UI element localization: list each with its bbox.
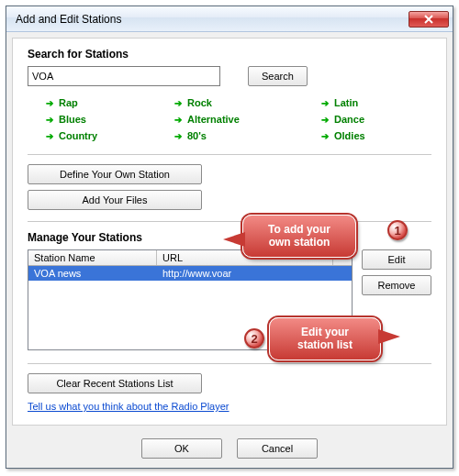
arrow-icon: ➔ bbox=[174, 115, 182, 125]
close-button[interactable] bbox=[409, 11, 449, 28]
dialog-footer: OK Cancel bbox=[6, 431, 453, 468]
cancel-button[interactable]: Cancel bbox=[237, 438, 318, 459]
define-station-button[interactable]: Define Your Own Station bbox=[28, 164, 202, 184]
genre-alternative[interactable]: ➔Alternative bbox=[174, 114, 321, 125]
genre-label: Country bbox=[59, 130, 97, 141]
genre-grid: ➔Rap ➔Rock ➔Latin ➔Blues ➔Alternative ➔D… bbox=[46, 97, 431, 141]
table-row[interactable]: VOA news http://www.voar bbox=[28, 266, 352, 281]
callout-text: To add your bbox=[268, 223, 330, 236]
genre-label: Rap bbox=[59, 97, 78, 108]
callout-text: Edit your bbox=[301, 326, 349, 338]
separator bbox=[28, 363, 431, 364]
callout-edit-list: Edit your station list bbox=[269, 317, 381, 360]
callout-text: station list bbox=[297, 338, 353, 351]
define-row: Define Your Own Station Add Your Files bbox=[28, 164, 431, 216]
step-marker-1: 1 bbox=[387, 220, 408, 240]
genre-label: Rock bbox=[187, 97, 212, 108]
feedback-link[interactable]: Tell us what you think about the Radio P… bbox=[28, 401, 230, 412]
genre-label: Dance bbox=[334, 114, 364, 125]
genre-label: Latin bbox=[334, 97, 358, 108]
genre-label: Alternative bbox=[187, 114, 240, 125]
titlebar: Add and Edit Stations bbox=[6, 6, 453, 32]
arrow-icon: ➔ bbox=[46, 131, 53, 141]
genre-rap[interactable]: ➔Rap bbox=[46, 97, 174, 108]
clear-recent-button[interactable]: Clear Recent Stations List bbox=[28, 373, 202, 393]
cell-url: http://www.voar bbox=[157, 266, 352, 281]
separator bbox=[28, 154, 431, 155]
dialog-window: Add and Edit Stations Search for Station… bbox=[6, 6, 453, 469]
genre-latin[interactable]: ➔Latin bbox=[321, 97, 431, 108]
genre-label: Blues bbox=[59, 114, 86, 125]
arrow-icon: ➔ bbox=[321, 98, 329, 108]
add-files-button[interactable]: Add Your Files bbox=[28, 190, 202, 210]
window-title: Add and Edit Stations bbox=[16, 13, 409, 26]
search-button[interactable]: Search bbox=[248, 66, 308, 86]
genre-dance[interactable]: ➔Dance bbox=[321, 114, 431, 125]
dialog-body: Search for Stations Search ➔Rap ➔Rock ➔L… bbox=[12, 38, 447, 426]
arrow-icon: ➔ bbox=[321, 115, 329, 125]
separator bbox=[28, 221, 431, 222]
search-row: Search bbox=[28, 66, 431, 86]
genre-label: Oldies bbox=[334, 130, 365, 141]
edit-button[interactable]: Edit bbox=[362, 249, 431, 270]
arrow-icon: ➔ bbox=[46, 98, 53, 108]
genre-80s[interactable]: ➔80's bbox=[174, 130, 321, 141]
arrow-icon: ➔ bbox=[46, 115, 53, 125]
arrow-icon: ➔ bbox=[321, 131, 329, 141]
callout-tail-icon bbox=[223, 232, 245, 247]
callout-text: own station bbox=[269, 236, 330, 249]
genre-oldies[interactable]: ➔Oldies bbox=[321, 130, 431, 141]
close-icon bbox=[424, 15, 433, 24]
genre-blues[interactable]: ➔Blues bbox=[46, 114, 174, 125]
search-input[interactable] bbox=[28, 66, 220, 86]
callout-add-station: To add your own station bbox=[242, 215, 356, 258]
col-station-name[interactable]: Station Name bbox=[28, 250, 157, 265]
cell-station-name: VOA news bbox=[28, 266, 157, 281]
callout-tail-icon bbox=[378, 329, 400, 344]
ok-button[interactable]: OK bbox=[141, 438, 222, 459]
genre-rock[interactable]: ➔Rock bbox=[174, 97, 321, 108]
genre-country[interactable]: ➔Country bbox=[46, 130, 174, 141]
arrow-icon: ➔ bbox=[174, 98, 182, 108]
arrow-icon: ➔ bbox=[174, 131, 182, 141]
search-heading: Search for Stations bbox=[28, 48, 431, 61]
genre-label: 80's bbox=[187, 130, 207, 141]
step-marker-2: 2 bbox=[244, 328, 264, 349]
remove-button[interactable]: Remove bbox=[362, 275, 431, 295]
